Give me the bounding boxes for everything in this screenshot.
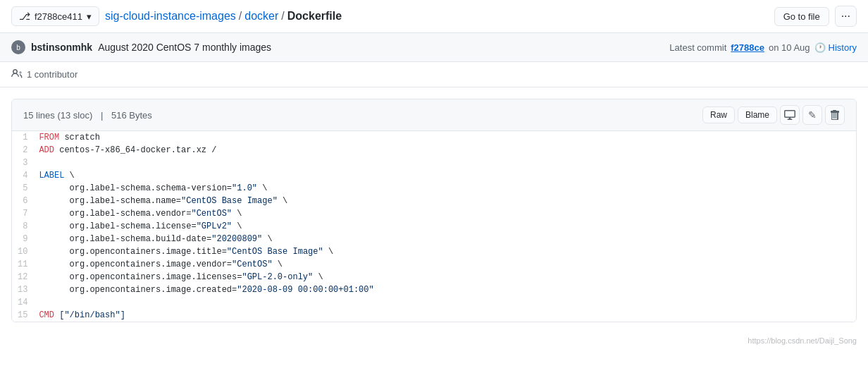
table-row: 4LABEL \ <box>12 169 856 182</box>
branch-selector[interactable]: ⎇ f2788ce411 ▾ <box>11 6 99 26</box>
line-number: 15 <box>12 309 33 322</box>
branch-icon: ⎇ <box>19 11 30 22</box>
line-number: 14 <box>12 296 33 309</box>
watermark: https://blog.csdn.net/Daijl_Song <box>0 334 868 348</box>
code-line-content: FROM scratch <box>33 131 856 144</box>
delete-icon[interactable] <box>825 105 845 125</box>
code-line-content <box>33 157 856 169</box>
meta-separator: | <box>101 110 103 121</box>
breadcrumb-folder[interactable]: docker <box>244 10 278 23</box>
line-number: 11 <box>12 258 33 271</box>
table-row: 14 <box>12 296 856 309</box>
code-line-content: org.opencontainers.image.vendor="CentOS"… <box>33 258 856 271</box>
commit-right: Latest commit f2788ce on 10 Aug 🕐 Histor… <box>669 42 857 53</box>
breadcrumb: sig-cloud-instance-images / docker / Doc… <box>105 10 769 23</box>
avatar: b <box>11 40 25 54</box>
line-number: 9 <box>12 233 33 245</box>
more-options-button[interactable]: ··· <box>835 6 857 27</box>
contributor-bar: 1 contributor <box>0 62 868 87</box>
edit-icon[interactable]: ✎ <box>802 105 822 125</box>
blame-button[interactable]: Blame <box>738 106 777 123</box>
commit-message: August 2020 CentOS 7 monthly images <box>98 42 664 53</box>
code-line-content: org.label-schema.build-date="20200809" \ <box>33 233 856 245</box>
table-row: 1FROM scratch <box>12 131 856 144</box>
table-row: 6 org.label-schema.name="CentOS Base Ima… <box>12 195 856 207</box>
code-line-content: org.label-schema.schema-version="1.0" \ <box>33 182 856 195</box>
code-line-content: org.opencontainers.image.created="2020-0… <box>33 284 856 296</box>
table-row: 5 org.label-schema.schema-version="1.0" … <box>12 182 856 195</box>
contributor-icon <box>11 68 23 81</box>
table-row: 13 org.opencontainers.image.created="202… <box>12 284 856 296</box>
top-bar-actions: Go to file ··· <box>774 6 857 27</box>
table-row: 11 org.opencontainers.image.vendor="Cent… <box>12 258 856 271</box>
line-number: 10 <box>12 245 33 258</box>
branch-name: f2788ce411 <box>35 11 82 22</box>
line-number: 1 <box>12 131 33 144</box>
file-viewer: 15 lines (13 sloc) | 516 Bytes Raw Blame… <box>11 99 857 322</box>
file-header: 15 lines (13 sloc) | 516 Bytes Raw Blame… <box>12 99 856 131</box>
table-row: 15CMD ["/bin/bash"] <box>12 309 856 322</box>
history-label: History <box>829 42 857 53</box>
file-meta: 15 lines (13 sloc) | 516 Bytes <box>23 110 152 121</box>
breadcrumb-file: Dockerfile <box>287 10 342 23</box>
line-number: 6 <box>12 195 33 207</box>
table-row: 8 org.label-schema.license="GPLv2" \ <box>12 220 856 233</box>
code-line-content: org.label-schema.name="CentOS Base Image… <box>33 195 856 207</box>
breadcrumb-sep-1: / <box>239 10 242 23</box>
table-row: 12 org.opencontainers.image.licenses="GP… <box>12 271 856 284</box>
line-number: 8 <box>12 220 33 233</box>
line-number: 2 <box>12 144 33 157</box>
line-number: 4 <box>12 169 33 182</box>
line-number: 5 <box>12 182 33 195</box>
history-icon: 🕐 <box>814 42 826 53</box>
commit-sha[interactable]: f2788ce <box>731 42 764 53</box>
dropdown-icon: ▾ <box>87 11 92 22</box>
code-line-content: org.label-schema.vendor="CentOS" \ <box>33 207 856 220</box>
go-to-file-button[interactable]: Go to file <box>774 7 829 26</box>
code-line-content: org.opencontainers.image.title="CentOS B… <box>33 245 856 258</box>
code-table: 1FROM scratch2ADD centos-7-x86_64-docker… <box>12 131 856 322</box>
file-lines: 15 lines (13 sloc) <box>23 110 92 121</box>
table-row: 2ADD centos-7-x86_64-docker.tar.xz / <box>12 144 856 157</box>
file-actions: Raw Blame ✎ <box>702 105 845 125</box>
history-link[interactable]: 🕐 History <box>814 42 857 53</box>
code-line-content <box>33 296 856 309</box>
line-number: 12 <box>12 271 33 284</box>
contributor-text: 1 contributor <box>27 69 78 80</box>
table-row: 3 <box>12 157 856 169</box>
latest-commit-text: Latest commit <box>669 42 726 53</box>
table-row: 9 org.label-schema.build-date="20200809"… <box>12 233 856 245</box>
top-bar: ⎇ f2788ce411 ▾ sig-cloud-instance-images… <box>0 0 868 33</box>
table-row: 10 org.opencontainers.image.title="CentO… <box>12 245 856 258</box>
commit-date: on 10 Aug <box>769 42 810 53</box>
desktop-icon[interactable] <box>780 105 800 125</box>
breadcrumb-sep-2: / <box>281 10 284 23</box>
breadcrumb-repo[interactable]: sig-cloud-instance-images <box>105 10 236 23</box>
code-line-content: org.opencontainers.image.licenses="GPL-2… <box>33 271 856 284</box>
line-number: 13 <box>12 284 33 296</box>
table-row: 7 org.label-schema.vendor="CentOS" \ <box>12 207 856 220</box>
file-size: 516 Bytes <box>111 110 152 121</box>
line-number: 3 <box>12 157 33 169</box>
line-number: 7 <box>12 207 33 220</box>
commit-bar: b bstinsonmhk August 2020 CentOS 7 month… <box>0 33 868 62</box>
raw-button[interactable]: Raw <box>702 106 735 123</box>
code-line-content: CMD ["/bin/bash"] <box>33 309 856 322</box>
code-line-content: ADD centos-7-x86_64-docker.tar.xz / <box>33 144 856 157</box>
code-line-content: LABEL \ <box>33 169 856 182</box>
code-line-content: org.label-schema.license="GPLv2" \ <box>33 220 856 233</box>
commit-author[interactable]: bstinsonmhk <box>31 42 92 53</box>
